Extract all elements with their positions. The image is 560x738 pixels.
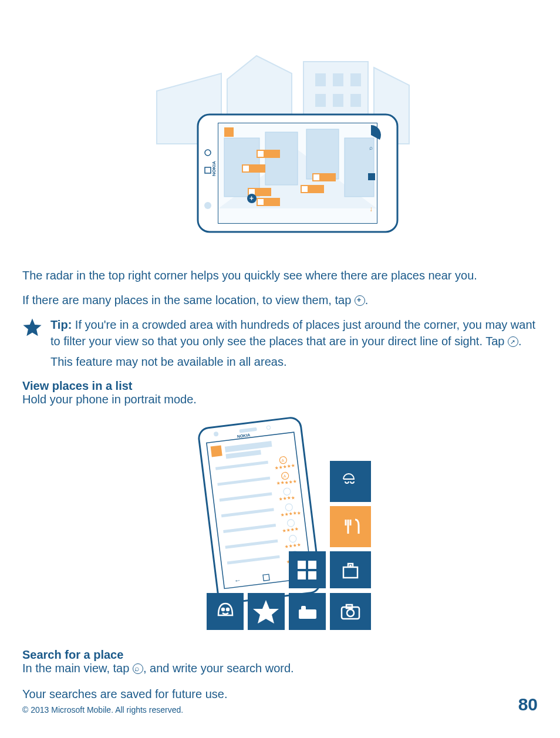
svg-rect-76 xyxy=(308,561,316,569)
svg-rect-3 xyxy=(350,73,361,86)
svg-text:+: + xyxy=(249,194,254,203)
svg-point-82 xyxy=(222,608,224,611)
svg-rect-15 xyxy=(306,129,339,179)
svg-text:↓: ↓ xyxy=(369,205,373,213)
text-fragment: In the main view, tap xyxy=(22,662,133,675)
svg-point-83 xyxy=(227,608,229,611)
svg-text:⌕: ⌕ xyxy=(369,144,373,151)
tip-label: Tip: xyxy=(50,318,72,331)
page-number: 80 xyxy=(518,695,538,715)
svg-rect-1 xyxy=(315,73,326,86)
tip-callout: Tip: If you're in a crowded area with hu… xyxy=(22,316,538,349)
text-fragment: If there are many places in the same loc… xyxy=(22,294,355,306)
star-icon xyxy=(22,318,42,338)
section-body-view-list: Hold your phone in portrait mode. xyxy=(22,393,538,406)
svg-rect-81 xyxy=(207,593,244,630)
paragraph-many-places: If there are many places in the same loc… xyxy=(22,292,538,308)
svg-rect-2 xyxy=(333,73,343,86)
svg-rect-43 xyxy=(211,445,222,457)
svg-point-80 xyxy=(349,565,352,567)
svg-rect-25 xyxy=(302,186,308,192)
svg-rect-19 xyxy=(258,151,264,157)
tip-text: Tip: If you're in a crowded area with hu… xyxy=(50,316,538,349)
paragraph-radar: The radar in the top right corner helps … xyxy=(22,267,538,284)
plus-circle-icon xyxy=(355,295,365,306)
svg-point-11 xyxy=(204,202,211,209)
svg-text:←: ← xyxy=(234,576,242,585)
svg-rect-23 xyxy=(313,174,319,180)
svg-rect-73 xyxy=(330,506,371,547)
text-fragment: If you're in a crowded area with hundred… xyxy=(50,318,535,348)
svg-rect-74 xyxy=(289,551,326,588)
list-view-illustration: NOKIA A ★★★★★ A ★★★★★ ★★★★ ★★★★★ ★★★★ ★★… xyxy=(186,417,374,634)
svg-rect-4 xyxy=(315,94,326,107)
filter-circle-icon xyxy=(508,336,518,347)
svg-rect-89 xyxy=(330,593,371,630)
tip-note: This feature may not be available in all… xyxy=(50,355,538,369)
svg-rect-5 xyxy=(333,94,343,107)
section-heading-view-list: View places in a list xyxy=(22,379,538,393)
svg-rect-21 xyxy=(243,166,249,171)
svg-rect-75 xyxy=(298,561,306,569)
svg-rect-29 xyxy=(258,199,264,205)
page-footer: © 2013 Microsoft Mobile. All rights rese… xyxy=(22,695,538,715)
text-fragment: . xyxy=(518,335,522,348)
svg-rect-87 xyxy=(299,609,316,619)
svg-rect-79 xyxy=(330,551,371,588)
svg-rect-78 xyxy=(308,571,316,579)
section-body-search-1: In the main view, tap , and write your s… xyxy=(22,662,538,675)
svg-rect-14 xyxy=(265,132,298,185)
hero-illustration: NOKIA + ⌕ ↓ xyxy=(139,50,421,250)
svg-rect-88 xyxy=(301,606,306,611)
copyright-text: © 2013 Microsoft Mobile. All rights rese… xyxy=(22,705,183,715)
nokia-brand: NOKIA xyxy=(211,161,217,176)
text-fragment: . xyxy=(365,294,369,306)
svg-marker-36 xyxy=(23,318,41,336)
section-heading-search: Search for a place xyxy=(22,648,538,662)
text-fragment: , and write your search word. xyxy=(143,662,294,675)
svg-rect-77 xyxy=(298,571,306,579)
svg-rect-34 xyxy=(368,173,375,180)
svg-rect-6 xyxy=(350,94,361,107)
search-circle-icon xyxy=(133,663,143,674)
svg-rect-17 xyxy=(224,127,234,137)
